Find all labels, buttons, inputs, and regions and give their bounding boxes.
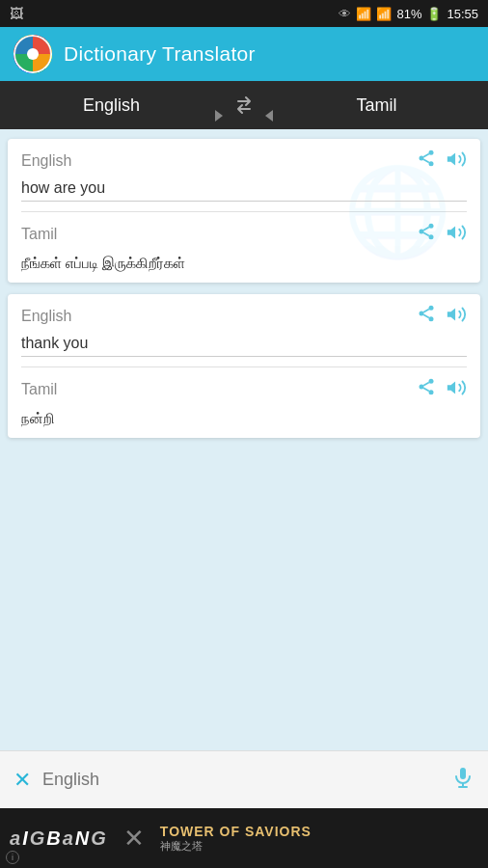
app-header: Dictionary Translator bbox=[0, 27, 488, 81]
time-text: 15:55 bbox=[447, 7, 478, 21]
svg-point-9 bbox=[429, 224, 434, 229]
svg-point-17 bbox=[429, 316, 434, 321]
speaker-icon[interactable] bbox=[446, 149, 467, 174]
svg-marker-26 bbox=[447, 382, 455, 394]
target-section: Tamil bbox=[8, 212, 480, 283]
svg-point-15 bbox=[429, 306, 434, 311]
svg-line-18 bbox=[423, 314, 429, 317]
svg-point-23 bbox=[429, 390, 434, 394]
svg-line-7 bbox=[423, 153, 429, 156]
svg-point-16 bbox=[420, 312, 424, 316]
share-icon[interactable] bbox=[417, 149, 436, 174]
share-icon[interactable] bbox=[417, 222, 436, 247]
speaker-icon[interactable] bbox=[446, 377, 467, 402]
app-title: Dictionary Translator bbox=[64, 42, 256, 66]
source-language-button[interactable]: English bbox=[0, 81, 223, 129]
share-icon[interactable] bbox=[417, 377, 436, 402]
wifi-icon: 📶 bbox=[356, 7, 371, 21]
svg-marker-14 bbox=[447, 227, 455, 239]
target-lang-label: Tamil bbox=[21, 381, 57, 398]
target-text: நன்றி bbox=[21, 408, 467, 428]
translation-card: 🌐 English bbox=[8, 139, 480, 283]
source-actions bbox=[417, 149, 467, 174]
status-bar: 🖼 👁 📶 📶 81% 🔋 15:55 bbox=[0, 0, 488, 27]
svg-point-5 bbox=[429, 161, 434, 166]
svg-line-24 bbox=[423, 388, 429, 391]
target-section: Tamil bbox=[8, 367, 480, 438]
source-lang-label: English bbox=[21, 152, 71, 170]
target-language-button[interactable]: Tamil bbox=[265, 81, 488, 129]
svg-point-2 bbox=[27, 48, 39, 60]
svg-line-19 bbox=[423, 309, 429, 312]
source-text: thank you bbox=[21, 335, 467, 357]
source-lang-label: English bbox=[21, 308, 71, 325]
svg-marker-20 bbox=[447, 309, 455, 321]
screen-icon: 🖼 bbox=[10, 6, 23, 21]
ad-info: i bbox=[6, 851, 19, 864]
battery-icon: 🔋 bbox=[426, 7, 442, 21]
source-section: English bbox=[8, 294, 480, 366]
signal-icon: 📶 bbox=[376, 7, 392, 21]
ad-right-section: TOWER OF SAVIORS 神魔之塔 bbox=[160, 824, 312, 854]
swap-languages-button[interactable] bbox=[223, 84, 265, 126]
search-input[interactable] bbox=[42, 770, 440, 790]
svg-rect-27 bbox=[460, 768, 466, 779]
svg-point-22 bbox=[420, 385, 424, 390]
ad-game-subtitle: 神魔之塔 bbox=[160, 839, 203, 854]
svg-line-25 bbox=[423, 382, 429, 385]
ad-banner[interactable]: aIGBaNG ✕ TOWER OF SAVIORS 神魔之塔 i bbox=[0, 808, 488, 868]
target-lang-label: Tamil bbox=[21, 226, 57, 243]
speaker-icon[interactable] bbox=[446, 222, 467, 247]
svg-point-11 bbox=[429, 234, 434, 239]
share-icon[interactable] bbox=[417, 304, 436, 329]
clear-button[interactable]: ✕ bbox=[14, 768, 31, 793]
translation-card: English bbox=[8, 294, 480, 438]
eye-icon: 👁 bbox=[339, 7, 351, 21]
svg-point-21 bbox=[429, 379, 434, 384]
app-logo bbox=[14, 35, 52, 73]
ad-logo-text: aIGBaNG bbox=[10, 827, 108, 850]
svg-point-3 bbox=[429, 150, 434, 155]
microphone-icon[interactable] bbox=[451, 766, 474, 795]
target-actions bbox=[417, 377, 467, 402]
ad-game-title: TOWER OF SAVIORS bbox=[160, 824, 312, 839]
target-language-label: Tamil bbox=[356, 95, 396, 116]
target-text: நீங்கள் எப்படி இருக்கிறீர்கள் bbox=[21, 253, 467, 273]
svg-point-10 bbox=[420, 230, 424, 234]
ad-x-text: ✕ bbox=[123, 824, 145, 854]
svg-marker-8 bbox=[447, 153, 455, 166]
svg-line-12 bbox=[423, 232, 429, 235]
ad-info-icon: i bbox=[6, 851, 19, 864]
search-bar: ✕ bbox=[0, 750, 488, 808]
language-bar: English Tamil bbox=[0, 81, 488, 129]
battery-text: 81% bbox=[396, 7, 421, 21]
source-text: how are you bbox=[21, 179, 467, 202]
svg-line-13 bbox=[423, 227, 429, 230]
translations-list: 🌐 English bbox=[0, 129, 488, 750]
ad-content: aIGBaNG ✕ TOWER OF SAVIORS 神魔之塔 bbox=[0, 808, 488, 868]
source-actions bbox=[417, 304, 467, 329]
svg-point-4 bbox=[420, 156, 424, 161]
speaker-icon[interactable] bbox=[446, 304, 467, 329]
target-actions bbox=[417, 222, 467, 247]
svg-line-6 bbox=[423, 159, 429, 162]
source-language-label: English bbox=[83, 95, 140, 116]
source-section: English bbox=[8, 139, 480, 211]
